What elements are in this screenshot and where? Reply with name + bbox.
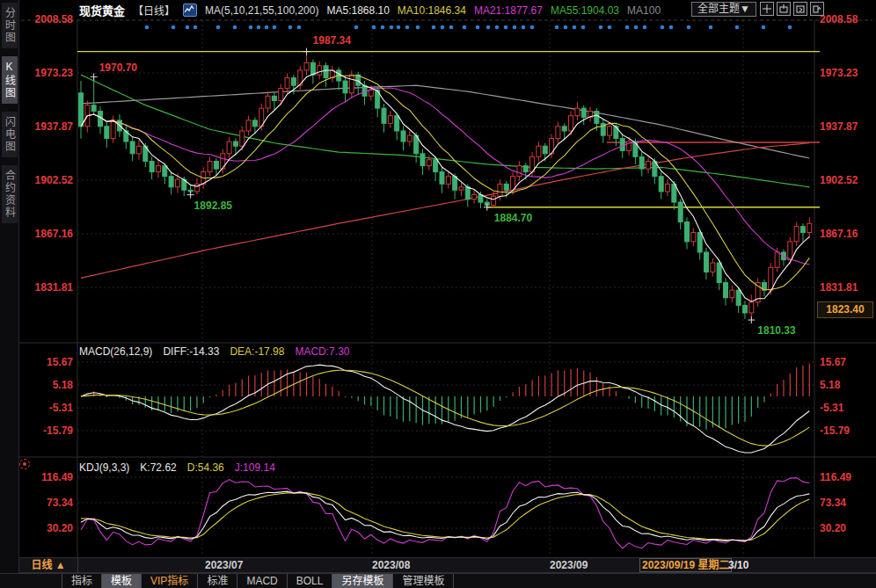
svg-text:1892.85: 1892.85 [194, 200, 233, 212]
grid-layer [19, 20, 876, 557]
axis-macd-2: 5.18 [53, 378, 73, 392]
axis-price-1: 2008.58 [35, 12, 73, 26]
tab-macd[interactable]: MACD [237, 574, 287, 588]
macd-panel-header: MACD(26,12,9) DIFF:-14.33 DEA:-17.98 MAC… [79, 345, 349, 358]
indicator-chart-icon[interactable] [183, 4, 197, 17]
axis-price-3: 1937.87 [35, 120, 73, 134]
kdj-d-line [81, 493, 809, 541]
axis-price-4: 1902.52 [35, 173, 73, 187]
tab-vip-indicators[interactable]: VIP指标 [142, 574, 198, 588]
tab-templates[interactable]: 模板 [102, 574, 142, 588]
axis-price-4r: 1902.52 [820, 173, 858, 187]
ma-params-label: MA(5,10,21,55,100,200) [205, 4, 318, 17]
macd-title: MACD(26,12,9) [79, 345, 152, 358]
sidebar-item-kline-chart[interactable]: K线图 [2, 56, 18, 104]
candles-layer [79, 52, 812, 320]
kdj-j-value: J:109.14 [235, 461, 275, 474]
axis-kdj-1r: 116.49 [820, 470, 851, 484]
axis-macd-2r: 5.18 [820, 378, 840, 392]
trading-app-window: 1970.701987.341892.851884.701810.33 分时图 … [0, 0, 876, 588]
pane-forward-icon[interactable] [793, 2, 807, 16]
macd-dea-value: DEA:-17.98 [230, 345, 284, 358]
axis-price-2r: 1973.23 [820, 66, 858, 80]
axis-macd-1r: 15.67 [820, 355, 846, 369]
ma10-value: MA10:1846.34 [398, 4, 466, 17]
kdj-title: KDJ(9,3,3) [79, 461, 129, 474]
chart-type-sidebar: 分时图 K线图 闪电图 合约资料 [0, 0, 19, 573]
indicator-tab-bar: 指标 模板 VIP指标 标准 MACD BOLL 另存模板 管理模板 [0, 573, 876, 588]
kdj-panel-header: KDJ(9,3,3) K:72.62 D:54.36 J:109.14 [79, 461, 275, 474]
left-price-axis: 2008.58 1973.23 1937.87 1902.52 1867.16 … [20, 0, 76, 573]
month-label-jul: 2023/07 [205, 559, 243, 571]
axis-kdj-3: 30.20 [47, 521, 73, 535]
tab-boll[interactable]: BOLL [288, 574, 333, 588]
axis-price-3r: 1937.87 [820, 120, 858, 134]
sidebar-item-contract-info[interactable]: 合约资料 [2, 165, 18, 223]
theme-dropdown[interactable]: 全部主题▼ [691, 2, 756, 17]
sidebar-item-lightning-chart[interactable]: 闪电图 [2, 112, 18, 157]
symbol-name: 现货黄金 [79, 2, 125, 18]
axis-price-6: 1831.81 [35, 280, 73, 294]
axis-macd-4r: -15.79 [820, 424, 850, 438]
kdj-d-value: D:54.36 [187, 461, 224, 474]
main-chart-canvas[interactable]: 1970.701987.341892.851884.701810.33 [0, 0, 876, 588]
axis-macd-1: 15.67 [47, 355, 73, 369]
crosshair-date-label: 2023/09/19 星期二 [639, 558, 732, 572]
right-price-axis: 2008.58 1973.23 1937.87 1902.52 1867.16 … [817, 0, 875, 573]
tab-manage-templates[interactable]: 管理模板 [393, 574, 454, 588]
kdj-layer [81, 478, 809, 548]
axis-price-2: 1973.23 [35, 66, 73, 80]
ma100-value: MA100 [627, 4, 661, 17]
tab-standard[interactable]: 标准 [198, 574, 237, 588]
macd-macd-value: MACD:7.30 [295, 345, 349, 358]
axis-price-1r: 2008.58 [820, 12, 858, 26]
period-tag: 【日线】 [133, 3, 175, 18]
kdj-k-line [81, 491, 809, 541]
ma5-value: MA5:1868.10 [326, 4, 389, 17]
tab-indicators[interactable]: 指标 [62, 574, 102, 588]
axis-macd-4: -15.79 [43, 424, 73, 438]
axis-kdj-1: 116.49 [41, 470, 73, 484]
macd-diff-value: DIFF:-14.33 [163, 345, 219, 358]
axis-price-6r: 1831.81 [820, 280, 858, 294]
last-price-tag: 1823.40 [817, 301, 873, 318]
pane-export-icon[interactable] [810, 2, 824, 16]
sidebar-item-time-chart[interactable]: 分时图 [2, 3, 18, 48]
chart-header: 现货黄金 【日线】 MA(5,10,21,55,100,200) MA5:186… [79, 3, 661, 18]
date-axis-row: 日线 ▲ 2023/07 2023/08 2023/09 2023/09/19 … [19, 557, 876, 573]
month-label-aug: 2023/08 [372, 559, 410, 571]
svg-text:1970.70: 1970.70 [99, 62, 138, 74]
ma55-line [81, 75, 809, 187]
svg-text:1987.34: 1987.34 [313, 34, 352, 47]
macd-layer [81, 363, 809, 453]
axis-price-5: 1867.16 [35, 227, 73, 241]
axis-kdj-2: 73.34 [47, 496, 73, 510]
ma55-value: MA55:1904.03 [551, 4, 619, 17]
month-label-oct-partial: 3/10 [728, 559, 748, 571]
crosshair-icon[interactable] [760, 2, 774, 16]
axis-macd-3r: -5.31 [820, 401, 843, 415]
event-dots-layer [145, 25, 792, 30]
svg-text:1884.70: 1884.70 [494, 212, 533, 224]
month-label-sep: 2023/09 [550, 559, 588, 571]
ma21-value: MA21:1877.67 [474, 4, 543, 17]
tab-save-template[interactable]: 另存模板 [332, 574, 393, 588]
axis-kdj-2r: 73.34 [820, 496, 846, 510]
kdj-k-value: K:72.62 [140, 461, 176, 474]
axis-kdj-3r: 30.20 [820, 521, 846, 535]
pane-add-icon[interactable] [777, 2, 791, 16]
axis-macd-3: -5.31 [49, 401, 73, 415]
period-selector[interactable]: 日线 ▲ [19, 558, 78, 572]
chart-toolbar [760, 2, 824, 16]
axis-price-5r: 1867.16 [820, 227, 858, 241]
kdj-panel-marker-icon[interactable] [19, 459, 30, 469]
svg-text:1810.33: 1810.33 [757, 324, 796, 337]
